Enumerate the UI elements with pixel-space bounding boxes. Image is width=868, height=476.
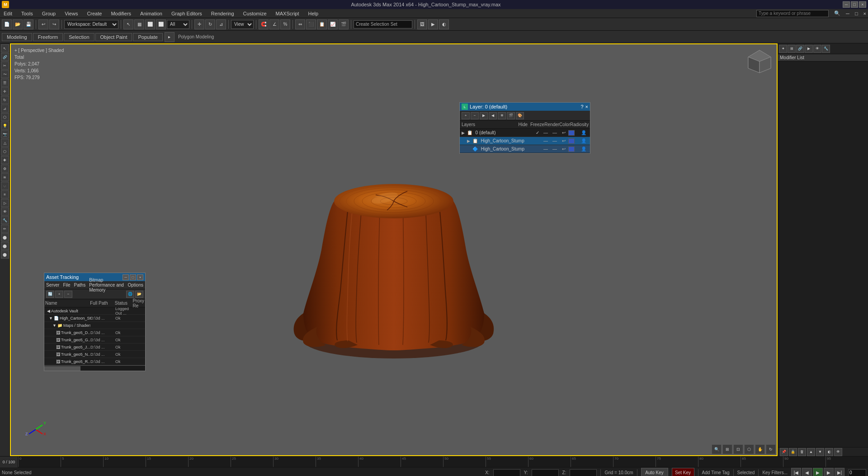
zoom-extents-btn[interactable]: ⊡	[733, 444, 743, 454]
layers-sel-objects-btn[interactable]: ◀	[489, 112, 497, 119]
new-btn[interactable]: 📄	[2, 19, 12, 29]
align-btn[interactable]: ⬛	[306, 19, 316, 29]
maximize-btn[interactable]: □	[851, 1, 858, 8]
layers-help-btn[interactable]: ?	[580, 104, 583, 109]
graph-editors-btn[interactable]: 📈	[328, 19, 338, 29]
close-app-btn[interactable]: ×	[863, 11, 866, 16]
rect-select-btn[interactable]: ⬜	[145, 19, 155, 29]
rotate-btn[interactable]: ↻	[205, 19, 215, 29]
asset-refresh-btn[interactable]: 🔄	[46, 291, 54, 298]
set-key-btn[interactable]: Set Key	[672, 468, 694, 476]
select-tool-btn[interactable]: ↖	[1, 44, 9, 52]
asset-scrollbar-thumb[interactable]	[44, 366, 80, 371]
mod-show-btn[interactable]: 👁	[834, 448, 842, 456]
minimize-btn[interactable]: ─	[843, 1, 850, 8]
menu-graph-editors[interactable]: Graph Editors	[170, 10, 204, 17]
viewport[interactable]: + [ Perspective ] Shaded Total Polys: 2,…	[10, 43, 778, 456]
tab-modeling[interactable]: Modeling	[2, 33, 32, 41]
save-btn[interactable]: 💾	[24, 19, 33, 29]
render-setup-btn[interactable]: 🖼	[417, 19, 427, 29]
asset-row-map-n[interactable]: 🖼Trunk_geo5_N... D:\3d ... Ok	[44, 351, 145, 358]
camera-view-btn[interactable]: 📷	[1, 130, 9, 138]
layer-mgr-btn[interactable]: 📋	[317, 19, 327, 29]
pan-btn[interactable]: ✋	[755, 444, 765, 454]
activeshade-btn[interactable]: ◐	[439, 19, 449, 29]
tab-selection[interactable]: Selection	[64, 33, 94, 41]
tab-freeform[interactable]: Freeform	[33, 33, 63, 41]
view-select[interactable]: View	[231, 20, 254, 29]
populate-extra-btn[interactable]: ▸	[165, 32, 175, 42]
search-input[interactable]	[756, 10, 829, 17]
key-filters-label[interactable]: Key Filters...	[762, 470, 788, 475]
x-input[interactable]: 0	[493, 469, 520, 476]
rp-utilities-btn[interactable]: 🔧	[822, 45, 830, 53]
menu-rendering[interactable]: Rendering	[209, 10, 236, 17]
menu-maxscript[interactable]: MAXScript	[274, 10, 301, 17]
systems-btn[interactable]: ⚙	[1, 165, 9, 173]
utilities-btn[interactable]: 🔧	[1, 216, 9, 224]
select-btn[interactable]: ↖	[123, 19, 133, 29]
layers-new-btn[interactable]: +	[462, 112, 470, 119]
place-highlight-btn[interactable]: 💡	[1, 122, 9, 130]
orbit-btn[interactable]: ↻	[766, 444, 776, 454]
asset-folder-btn[interactable]: 📂	[135, 291, 143, 298]
menu-modifiers[interactable]: Modifiers	[109, 10, 133, 17]
tab-object-paint[interactable]: Object Paint	[95, 33, 132, 41]
mod-down-btn[interactable]: ▼	[816, 448, 824, 456]
viewport-cube[interactable]	[746, 48, 773, 75]
workspace-select[interactable]: Workspace: Default	[64, 20, 118, 29]
asset-row-file[interactable]: ▼📄High_Cartoon_Stum... D:\3d ... Ok	[44, 315, 145, 322]
layer-row-high-cartoon-obj[interactable]: 🔷 High_Cartoon_Stump — — ↩ 👤	[460, 145, 590, 153]
next-frame-btn[interactable]: ▶	[824, 468, 834, 476]
menu-help[interactable]: Help	[307, 10, 321, 17]
menu-edit[interactable]: Edit	[2, 10, 14, 17]
select-filter-btn[interactable]: ☰	[1, 79, 9, 87]
percent-snap-btn[interactable]: %	[280, 19, 290, 29]
go-to-end-btn[interactable]: ▶|	[835, 468, 844, 476]
asset-menu-paths[interactable]: Paths	[74, 283, 86, 287]
asset-globe-btn[interactable]: 🌐	[126, 291, 134, 298]
render-frame-btn[interactable]: ▶	[428, 19, 438, 29]
move-btn[interactable]: ✛	[194, 19, 204, 29]
unlink-btn[interactable]: ✂	[1, 61, 9, 70]
mod-pin-btn[interactable]: 📌	[780, 448, 788, 456]
rp-motion-btn[interactable]: ▶	[805, 45, 813, 53]
geometry-btn[interactable]: ⬡	[1, 147, 9, 156]
add-time-tag-label[interactable]: Add Time Tag	[702, 470, 730, 475]
helpers-btn[interactable]: ✚	[1, 156, 9, 164]
close-btn[interactable]: ×	[859, 1, 866, 8]
search-icon[interactable]: 🔍	[834, 10, 840, 16]
z-input[interactable]: 0	[570, 469, 597, 476]
layers-close-btn[interactable]: ×	[585, 104, 588, 109]
space-warps-btn[interactable]: ≋	[1, 173, 9, 181]
zoom-all-btn[interactable]: ⊞	[722, 444, 732, 454]
y-input[interactable]: 0	[532, 469, 559, 476]
menu-tools[interactable]: Tools	[19, 10, 35, 17]
extra1-btn[interactable]: ⬤	[1, 233, 9, 241]
open-btn[interactable]: 📂	[13, 19, 23, 29]
tab-populate[interactable]: Populate	[133, 33, 162, 41]
shapes-btn[interactable]: △	[1, 139, 9, 147]
rotate-tool-btn[interactable]: ↻	[1, 96, 9, 104]
squash-btn[interactable]: ⬡	[1, 113, 9, 121]
create-selection-input[interactable]	[354, 20, 412, 28]
layer-row-default[interactable]: ▶ 📋 0 (default) ✓ — — ↩ 👤	[460, 129, 590, 137]
minimize-app-btn[interactable]: ─	[846, 11, 849, 16]
select-by-name-btn[interactable]: ▦	[134, 19, 144, 29]
menu-group[interactable]: Group	[40, 10, 58, 17]
asset-restore-btn[interactable]: □	[130, 274, 136, 280]
asset-menu-server[interactable]: Server	[46, 283, 59, 287]
asset-row-map-d[interactable]: 🖼Trunk_geo5_D... D:\3d ... Ok	[44, 329, 145, 336]
asset-row-map-g[interactable]: 🖼Trunk_geo5_G... D:\3d ... Ok	[44, 336, 145, 344]
mod-up-btn[interactable]: ▲	[807, 448, 815, 456]
asset-row-map-j[interactable]: 🖼Trunk_geo5_J... D:\3d ... Ok	[44, 344, 145, 351]
menu-customize[interactable]: Customize	[241, 10, 269, 17]
layers-color-btn[interactable]: 🎨	[516, 112, 524, 119]
extra3-btn[interactable]: ⬤	[1, 250, 9, 259]
layers-delete-btn[interactable]: −	[471, 112, 479, 119]
layer-row-high-cartoon[interactable]: ▶ 📋 High_Cartoon_Stump — — ↩ 👤	[460, 137, 590, 145]
extra2-btn[interactable]: ⬤	[1, 242, 9, 250]
prev-frame-btn[interactable]: ◀	[802, 468, 812, 476]
timeline-toggle-btn[interactable]: 0 / 100	[0, 457, 18, 467]
particles-btn[interactable]: ·.·	[1, 182, 9, 190]
